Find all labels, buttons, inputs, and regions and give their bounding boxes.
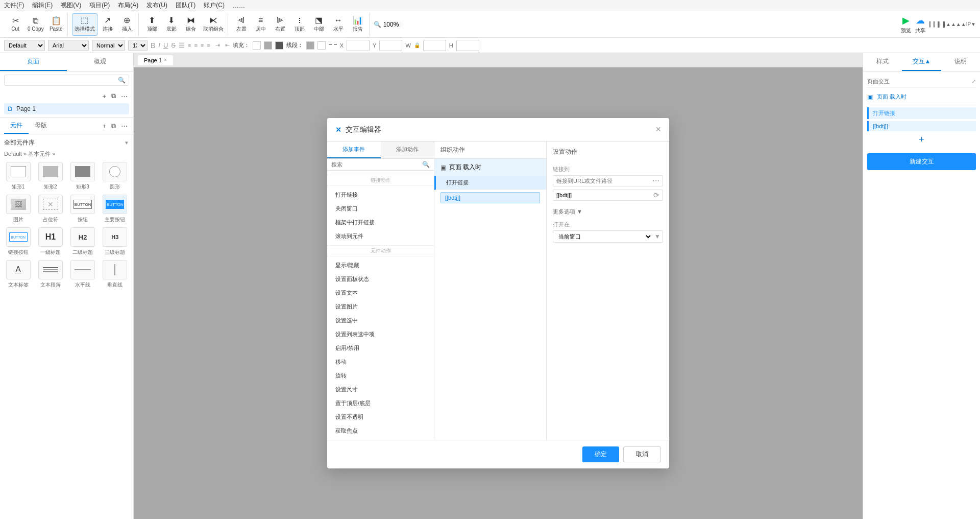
align-left-text-btn[interactable]: ≡	[188, 42, 191, 49]
component-item-link-btn[interactable]: BUTTON 链接按钮	[4, 227, 32, 256]
copy-button[interactable]: ⧉ 0 Copy	[26, 13, 46, 36]
share-button[interactable]: ☁ 共享	[915, 15, 925, 34]
action-show-hide[interactable]: 显示/隐藏	[327, 258, 434, 272]
font-size-select[interactable]: 13	[128, 40, 148, 51]
h-input[interactable]	[456, 40, 479, 51]
action-set-layer[interactable]: 置于顶层/底层	[327, 396, 434, 410]
page-search-input[interactable]	[8, 77, 118, 83]
action-set-image[interactable]: 设置图片	[327, 300, 434, 314]
action-subitem-open-link[interactable]: 打开链接	[434, 176, 546, 190]
fill-color3[interactable]	[275, 41, 283, 50]
component-item-h3[interactable]: H3 三级标题	[101, 227, 129, 256]
canvas-tab-page1[interactable]: Page 1 ×	[138, 55, 173, 65]
component-item-rect2[interactable]: 矩形2	[36, 162, 64, 191]
component-item-image[interactable]: 🖼 图片	[4, 195, 32, 223]
action-move[interactable]: 移动	[327, 355, 434, 369]
zoom-control[interactable]: 🔍 100%	[374, 21, 399, 28]
bold-btn[interactable]: B	[151, 41, 155, 50]
dlg-tab-add-action[interactable]: 添加动作	[381, 141, 434, 158]
event-item-load[interactable]: ▣ 页面 载入时	[434, 159, 546, 176]
action-open-link[interactable]: 打开链接	[327, 188, 434, 202]
component-item-button[interactable]: BUTTON 按钮	[69, 195, 97, 223]
font-family-select[interactable]: Arial	[48, 40, 89, 51]
paste-button[interactable]: 📋 Paste	[47, 13, 65, 36]
action-close-window[interactable]: 关闭窗口	[327, 202, 434, 216]
fill-color[interactable]	[253, 41, 261, 50]
tab-style[interactable]: 样式	[863, 53, 902, 71]
copy-page-btn[interactable]: ⧉	[110, 91, 117, 101]
italic-btn[interactable]: I	[158, 41, 160, 49]
action-frame-open-link[interactable]: 框架中打开链接	[327, 216, 434, 229]
action-scroll-to[interactable]: 滚动到元件	[327, 229, 434, 243]
component-item-h1[interactable]: H1 一级标题	[36, 227, 64, 256]
link-browse-btn[interactable]: ⋯	[649, 177, 663, 185]
cut-button[interactable]: ✂ Cut	[6, 13, 24, 36]
dlg-tab-add-event[interactable]: 添加事件	[327, 141, 381, 158]
preview-button[interactable]: ▶ 预览	[901, 15, 911, 34]
connect-button[interactable]: ↗ 连接	[99, 13, 117, 36]
menu-account[interactable]: 账户(C)	[204, 1, 225, 10]
new-interaction-button[interactable]: 新建交互	[867, 153, 976, 170]
style-select[interactable]: Default	[4, 40, 45, 51]
menu-more[interactable]: ……	[233, 2, 245, 9]
action-enable-disable[interactable]: 启用/禁用	[327, 341, 434, 355]
bottom-button[interactable]: ⬇ 底部	[162, 13, 181, 36]
component-item-vline[interactable]: 垂直线	[101, 260, 129, 289]
align-right-button[interactable]: ⫸ 右置	[271, 13, 289, 36]
component-item-text-para[interactable]: 文本段落	[36, 260, 64, 289]
action-focus[interactable]: 获取焦点	[327, 424, 434, 438]
x-input[interactable]	[347, 40, 370, 51]
canvas-tab-close[interactable]: ×	[164, 57, 167, 63]
w-input[interactable]	[423, 40, 446, 51]
open-in-select[interactable]: 当前窗口 新窗口 父框架	[553, 231, 652, 242]
more-options-toggle[interactable]: 更多选项 ▼	[553, 208, 663, 216]
interaction-action-label[interactable]: 打开链接	[867, 107, 976, 119]
link-value-btn[interactable]: ⟳	[650, 191, 663, 199]
component-item-rect1[interactable]: 矩形1	[4, 162, 32, 191]
unmerge-button[interactable]: ⧔ 取消组合	[201, 13, 226, 36]
strikethrough-btn[interactable]: S	[171, 41, 176, 49]
expand-btn[interactable]: ⤢	[971, 78, 976, 85]
action-set-selected[interactable]: 设置选中	[327, 314, 434, 327]
dlg-search-input[interactable]	[331, 161, 420, 168]
component-item-text-a[interactable]: A 文本标签	[4, 260, 32, 289]
link-url-input[interactable]	[553, 176, 649, 186]
copy-component-btn[interactable]: ⧉	[110, 121, 117, 131]
justify-text-btn[interactable]: ≡	[207, 42, 210, 49]
vmid-button[interactable]: ⬔ 中部	[310, 13, 328, 36]
tab-interact[interactable]: 交互▲	[902, 53, 941, 71]
menu-project[interactable]: 项目(P)	[89, 1, 110, 10]
dialog-close-button[interactable]: ×	[655, 124, 661, 135]
menu-view[interactable]: 视图(V)	[61, 1, 81, 10]
component-item-h2[interactable]: H2 二级标题	[69, 227, 97, 256]
action-set-size[interactable]: 设置尺寸	[327, 383, 434, 396]
tab-pages[interactable]: 页面	[0, 53, 67, 71]
merge-button[interactable]: ⧓ 组合	[182, 13, 200, 36]
stroke-color[interactable]	[306, 41, 314, 50]
insert-button[interactable]: ⊕ 插入	[118, 13, 136, 36]
add-page-btn[interactable]: +	[101, 91, 108, 101]
add-component-btn[interactable]: +	[101, 121, 108, 131]
tab-component[interactable]: 元件	[4, 118, 29, 134]
tab-explain[interactable]: 说明	[941, 53, 980, 71]
hspace-button[interactable]: ↔ 水平	[329, 13, 348, 36]
list-btn[interactable]: ☰	[179, 41, 185, 49]
link-value-input[interactable]	[553, 190, 650, 200]
vtop-button[interactable]: ⫶ 顶部	[290, 13, 309, 36]
menu-file[interactable]: 文件(F)	[4, 1, 24, 10]
top-button[interactable]: ⬆ 顶部	[143, 13, 161, 36]
y-input[interactable]	[379, 40, 402, 51]
menu-publish[interactable]: 发布(U)	[146, 1, 167, 10]
cancel-button[interactable]: 取消	[623, 446, 661, 462]
more-component-btn[interactable]: ⋯	[119, 121, 129, 131]
menu-layout[interactable]: 布局(A)	[118, 1, 138, 10]
action-set-list-selected[interactable]: 设置列表选中项	[327, 327, 434, 341]
confirm-button[interactable]: 确定	[582, 446, 619, 462]
menu-edit[interactable]: 编辑(E)	[32, 1, 53, 10]
align-left-button[interactable]: ⫷ 左置	[232, 13, 251, 36]
stroke-dash[interactable]	[329, 44, 337, 45]
text-indent-btn[interactable]: ⇥	[215, 42, 220, 49]
align-right-text-btn[interactable]: ≡	[201, 42, 204, 49]
component-item-hline[interactable]: 水平线	[69, 260, 97, 289]
underline-btn[interactable]: U	[163, 41, 168, 49]
